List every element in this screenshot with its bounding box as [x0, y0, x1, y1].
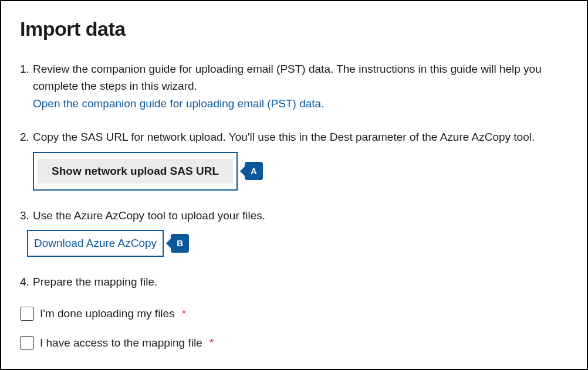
companion-guide-link[interactable]: Open the companion guide for uploading e…: [33, 97, 324, 110]
step-3-text: Use the Azure AzCopy tool to upload your…: [33, 209, 265, 222]
import-data-panel: Import data Review the companion guide f…: [0, 0, 588, 370]
step-1: Review the companion guide for uploading…: [20, 60, 568, 112]
download-azcopy-link[interactable]: Download Azure AzCopy: [34, 235, 157, 252]
callout-badge-a: A: [245, 162, 263, 180]
step-3: Use the Azure AzCopy tool to upload your…: [20, 207, 568, 257]
page-title: Import data: [20, 18, 568, 40]
steps-list: Review the companion guide for uploading…: [20, 60, 568, 290]
download-row: Download Azure AzCopy B: [33, 230, 568, 256]
checkbox-mapping-access[interactable]: [20, 336, 34, 350]
show-sas-url-button[interactable]: Show network upload SAS URL: [38, 159, 233, 184]
checkbox-group: I'm done uploading my files * I have acc…: [20, 307, 568, 350]
sas-url-row: Show network upload SAS URL A: [33, 152, 568, 191]
step-4: Prepare the mapping file.: [20, 273, 568, 290]
step-4-text: Prepare the mapping file.: [33, 276, 157, 288]
checkbox-done-uploading-label: I'm done uploading my files: [40, 307, 175, 320]
step-2: Copy the SAS URL for network upload. You…: [20, 128, 568, 190]
step-2-text: Copy the SAS URL for network upload. You…: [33, 131, 535, 143]
callout-badge-b: B: [171, 234, 189, 252]
checkbox-mapping-access-label: I have access to the mapping file: [40, 337, 202, 349]
required-asterisk: *: [182, 307, 186, 320]
checkbox-done-uploading-row: I'm done uploading my files *: [20, 307, 568, 321]
download-highlight-box: Download Azure AzCopy: [27, 230, 164, 256]
checkbox-done-uploading[interactable]: [20, 307, 34, 321]
sas-highlight-box: Show network upload SAS URL: [33, 152, 238, 191]
checkbox-mapping-access-row: I have access to the mapping file *: [20, 336, 568, 350]
required-asterisk: *: [209, 337, 214, 349]
step-1-text: Review the companion guide for uploading…: [33, 63, 542, 92]
